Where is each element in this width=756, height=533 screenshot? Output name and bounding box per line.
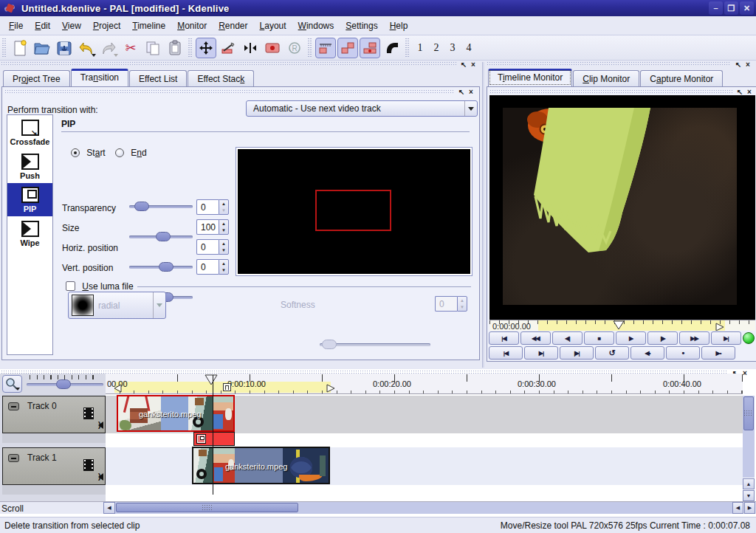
save-icon[interactable] xyxy=(54,38,75,58)
toolbar-handle[interactable] xyxy=(2,38,7,58)
use-luma-checkbox[interactable]: Use luma file xyxy=(66,281,134,292)
hscroll-left-icon[interactable]: ◀ xyxy=(103,502,115,514)
tab-transition[interactable]: Transition xyxy=(71,69,128,86)
snap-to-border-icon[interactable] xyxy=(315,38,336,58)
new-document-icon[interactable] xyxy=(10,38,30,58)
set-inpoint-button[interactable]: |◀ xyxy=(489,346,523,360)
transition-panel-handle[interactable] xyxy=(5,90,454,94)
menu-project[interactable]: Project xyxy=(87,18,126,34)
timeline-ruler[interactable]: 00.00 0:00:10.00 0:00:20.00 0:00:30.00 0… xyxy=(106,374,743,394)
paste-icon[interactable] xyxy=(165,38,185,58)
transparency-slider[interactable] xyxy=(129,202,193,212)
transition-type-pip[interactable]: PIP xyxy=(7,183,52,216)
right-dock-restore-icon[interactable]: ↖ xyxy=(735,61,741,68)
size-spinbox[interactable]: 100 ▲▼ xyxy=(196,219,229,235)
pip-region-outline[interactable] xyxy=(315,190,391,231)
fast-forward-button[interactable]: ▶▶ xyxy=(679,331,709,345)
spacer-tool-icon[interactable] xyxy=(240,38,261,58)
toolbar-handle[interactable] xyxy=(308,38,312,58)
left-dock-restore-icon[interactable]: ↖ xyxy=(461,61,467,68)
vscroll-down-icon[interactable]: ▼ xyxy=(743,490,755,501)
luma-file-select[interactable]: radial xyxy=(68,292,166,319)
horiz-position-slider[interactable] xyxy=(129,262,193,272)
vscroll-up-icon[interactable]: ▲ xyxy=(743,478,755,489)
timeline-clip-track0[interactable]: ganksterito.mpeg xyxy=(117,395,235,432)
track-button-4[interactable]: 4 xyxy=(461,38,477,58)
track-button-1[interactable]: 1 xyxy=(412,38,428,58)
menu-timeline[interactable]: Timeline xyxy=(126,18,171,34)
audio-track-icon[interactable] xyxy=(98,473,103,481)
minimize-button[interactable]: – xyxy=(709,1,723,15)
tab-effect-stack[interactable]: Effect Stack xyxy=(188,70,254,86)
marker-icon[interactable] xyxy=(262,38,283,58)
track-0-header[interactable]: Track 0 xyxy=(2,396,106,433)
dock-splitter[interactable] xyxy=(482,62,484,368)
monitor-panel-handle[interactable] xyxy=(490,90,734,94)
hscroll-left2-icon[interactable]: ◀ xyxy=(732,502,743,514)
horn-icon[interactable] xyxy=(382,38,402,58)
restore-button[interactable]: ❐ xyxy=(724,1,738,15)
menu-layout[interactable]: Layout xyxy=(254,18,292,34)
softness-slider[interactable] xyxy=(320,340,430,350)
set-outpoint-button[interactable]: ▶| xyxy=(524,346,558,360)
transition-strip[interactable] xyxy=(193,432,235,446)
left-dock-handle[interactable] xyxy=(1,62,456,66)
menu-render[interactable]: Render xyxy=(213,18,253,34)
monitor-panel-restore-icon[interactable]: ↖ xyxy=(737,89,743,95)
redo-icon[interactable] xyxy=(98,38,119,58)
play-before-marker-button[interactable]: ◀• xyxy=(630,346,664,360)
track-1-header[interactable]: Track 1 xyxy=(2,447,106,485)
timeline-playhead-icon[interactable] xyxy=(205,374,218,385)
zone-end-icon[interactable] xyxy=(715,323,724,331)
record-icon[interactable]: R xyxy=(284,38,305,58)
undo-icon[interactable] xyxy=(76,38,97,58)
monitor-playhead-icon[interactable] xyxy=(613,320,625,330)
play-zone-button[interactable]: |▶| xyxy=(560,346,594,360)
audio-track-icon[interactable] xyxy=(98,422,103,429)
right-dock-handle[interactable] xyxy=(487,62,731,66)
tab-project-tree[interactable]: Project Tree xyxy=(3,70,70,86)
hscroll-right-icon[interactable]: ▶ xyxy=(744,502,755,514)
zone-end-icon[interactable] xyxy=(326,384,335,393)
razor-tool-icon[interactable] xyxy=(218,38,238,58)
menu-windows[interactable]: Windows xyxy=(292,18,340,34)
rewind-button[interactable]: ◀◀ xyxy=(520,331,551,345)
vert-position-spinbox[interactable]: 0 ▲▼ xyxy=(196,259,229,275)
menu-help[interactable]: Help xyxy=(384,18,414,34)
playhead-line[interactable] xyxy=(213,375,213,495)
transparency-spinbox[interactable]: 0 ▲▼ xyxy=(196,199,229,215)
tab-effect-list[interactable]: Effect List xyxy=(129,70,187,86)
collapse-track-icon[interactable] xyxy=(8,402,19,410)
tab-clip-monitor[interactable]: Clip Monitor xyxy=(573,70,639,86)
monitor-ruler[interactable]: 0:00:00.00 xyxy=(489,320,755,331)
move-tool-icon[interactable] xyxy=(196,38,216,58)
right-dock-close-icon[interactable]: × xyxy=(746,61,750,68)
timeline-close-icon[interactable]: × xyxy=(743,370,747,376)
zone-start-icon[interactable] xyxy=(114,384,123,393)
video-track-icon[interactable] xyxy=(83,459,94,471)
transition-panel-close-icon[interactable]: × xyxy=(469,89,473,95)
softness-spinbox[interactable]: 0 ▲▼ xyxy=(435,296,467,312)
frame-back-button[interactable]: ◀| xyxy=(552,331,583,345)
marker-button[interactable]: • xyxy=(666,346,700,360)
transition-panel-restore-icon[interactable]: ↖ xyxy=(458,89,464,95)
snap-to-clip-icon[interactable] xyxy=(337,38,358,58)
loop-button[interactable]: ↺ xyxy=(595,346,629,360)
tab-capture-monitor[interactable]: Capture Monitor xyxy=(640,70,723,86)
toolbar-handle[interactable] xyxy=(188,38,193,58)
monitor-panel-close-icon[interactable]: × xyxy=(747,89,752,95)
collapse-track-icon[interactable] xyxy=(8,454,19,462)
play-button[interactable]: ▶ xyxy=(616,331,646,345)
timeline-zoom-button[interactable] xyxy=(2,375,22,393)
timeline-hscrollbar[interactable] xyxy=(115,502,732,514)
tab-timeline-monitor[interactable]: Timeline Monitor xyxy=(488,69,572,86)
copy-icon[interactable] xyxy=(142,38,163,58)
timeline-zoom-slider[interactable] xyxy=(27,379,103,390)
cut-icon[interactable]: ✂ xyxy=(120,38,141,58)
transition-track-select[interactable]: Automatic - Use next video track xyxy=(246,100,478,117)
video-track-icon[interactable] xyxy=(83,408,94,419)
stop-button[interactable]: ■ xyxy=(584,331,614,345)
go-start-button[interactable]: |◀ xyxy=(489,331,519,345)
track-button-2[interactable]: 2 xyxy=(428,38,444,58)
open-icon[interactable] xyxy=(32,38,52,58)
